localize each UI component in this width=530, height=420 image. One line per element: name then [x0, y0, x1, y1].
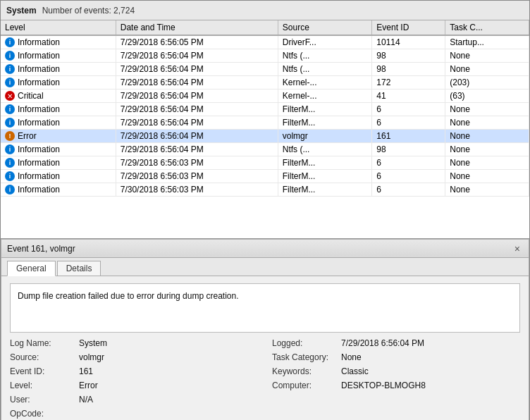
table-body: iInformation7/29/2018 6:56:05 PMDriverF.… [1, 35, 529, 197]
cell-level: iInformation [1, 116, 116, 130]
col-header-eventid[interactable]: Event ID [372, 20, 445, 35]
table-row[interactable]: iInformation7/29/2018 6:56:04 PMKernel-.… [1, 76, 529, 89]
field-value: None [341, 352, 362, 362]
level-text: Information [18, 118, 60, 128]
field-row: User:N/A [10, 395, 258, 407]
cell-source: volmgr [278, 130, 372, 143]
cell-datetime: 7/29/2018 6:56:04 PM [116, 130, 278, 143]
level-text: Information [18, 51, 60, 61]
cell-task: None [445, 183, 529, 197]
event-count-label: Number of events: 2,724 [42, 6, 135, 16]
cell-datetime: 7/29/2018 6:56:04 PM [116, 103, 278, 116]
level-text: Information [18, 171, 60, 181]
cell-source: FilterM... [278, 116, 372, 130]
event-table: Level Date and Time Source Event ID Task… [1, 20, 529, 197]
field-row: Keywords:Classic [272, 366, 520, 379]
tab-general[interactable]: General [7, 261, 56, 276]
info-icon: i [5, 51, 15, 61]
cell-eventid: 6 [372, 183, 445, 197]
cell-eventid: 98 [372, 63, 445, 76]
cell-eventid: 161 [372, 130, 445, 143]
info-icon: i [5, 118, 15, 128]
cell-source: Ntfs (... [278, 63, 372, 76]
field-value: Classic [341, 366, 369, 376]
field-row: OpCode: [10, 409, 258, 420]
level-text: Information [18, 158, 60, 168]
cell-source: Kernel-... [278, 76, 372, 89]
cell-datetime: 7/29/2018 6:56:04 PM [116, 76, 278, 89]
level-text: Error [18, 131, 37, 141]
cell-task: None [445, 49, 529, 63]
field-row: Source:volmgr [10, 352, 258, 365]
cell-task: None [445, 63, 529, 76]
table-row[interactable]: ✕Critical7/29/2018 6:56:04 PMKernel-...4… [1, 89, 529, 103]
fields-left: Log Name:SystemSource:volmgrEvent ID:161… [10, 338, 258, 420]
cell-source: FilterM... [278, 156, 372, 170]
cell-level: ✕Critical [1, 89, 116, 103]
tab-details[interactable]: Details [57, 261, 101, 276]
field-label: User: [10, 395, 73, 404]
col-header-task[interactable]: Task C... [445, 20, 529, 35]
table-row[interactable]: iInformation7/29/2018 6:56:04 PMNtfs (..… [1, 49, 529, 63]
col-header-source[interactable]: Source [278, 20, 372, 35]
cell-eventid: 41 [372, 89, 445, 103]
field-label: Event ID: [10, 366, 73, 376]
cell-task: None [445, 130, 529, 143]
cell-task: None [445, 116, 529, 130]
field-row: Level:Error [10, 381, 258, 393]
field-label: Computer: [272, 381, 335, 390]
cell-datetime: 7/29/2018 6:56:03 PM [116, 170, 278, 183]
main-window: System Number of events: 2,724 Level Dat… [0, 0, 530, 420]
table-row[interactable]: iInformation7/29/2018 6:56:05 PMDriverF.… [1, 35, 529, 49]
info-icon: i [5, 78, 15, 87]
error-icon: ! [5, 131, 15, 141]
table-row[interactable]: iInformation7/29/2018 6:56:04 PMFilterM.… [1, 103, 529, 116]
col-header-datetime[interactable]: Date and Time [116, 20, 278, 35]
cell-datetime: 7/29/2018 6:56:04 PM [116, 63, 278, 76]
cell-level: iInformation [1, 170, 116, 183]
field-value: 7/29/2018 6:56:04 PM [341, 338, 424, 348]
table-row[interactable]: iInformation7/29/2018 6:56:03 PMFilterM.… [1, 170, 529, 183]
level-text: Information [18, 185, 60, 194]
col-header-level[interactable]: Level [1, 20, 116, 35]
cell-eventid: 10114 [372, 35, 445, 49]
field-label: OpCode: [10, 409, 73, 419]
cell-source: Kernel-... [278, 89, 372, 103]
level-text: Information [18, 78, 60, 87]
cell-eventid: 98 [372, 49, 445, 63]
table-row[interactable]: iInformation7/29/2018 6:56:03 PMFilterM.… [1, 156, 529, 170]
cell-eventid: 172 [372, 76, 445, 89]
cell-level: iInformation [1, 49, 116, 63]
cell-eventid: 6 [372, 156, 445, 170]
info-icon: i [5, 158, 15, 168]
event-table-container: Level Date and Time Source Event ID Task… [1, 20, 529, 239]
close-button[interactable]: × [512, 244, 523, 254]
message-text: Dump file creation failed due to error d… [18, 291, 239, 301]
cell-datetime: 7/29/2018 6:56:04 PM [116, 116, 278, 130]
cell-task: None [445, 103, 529, 116]
cell-datetime: 7/30/2018 6:56:03 PM [116, 183, 278, 197]
cell-task: None [445, 170, 529, 183]
field-row: Event ID:161 [10, 366, 258, 379]
cell-level: iInformation [1, 103, 116, 116]
detail-pane: Event 161, volmgr × General Details Dump… [1, 239, 529, 420]
field-value: volmgr [79, 352, 104, 362]
table-scroll-area[interactable]: Level Date and Time Source Event ID Task… [1, 20, 529, 238]
field-value: 161 [79, 366, 93, 376]
cell-task: (63) [445, 89, 529, 103]
table-row[interactable]: iInformation7/30/2018 6:56:03 PMFilterM.… [1, 183, 529, 197]
level-text: Information [18, 104, 60, 114]
cell-source: FilterM... [278, 170, 372, 183]
cell-task: None [445, 143, 529, 156]
cell-task: None [445, 156, 529, 170]
field-label: Logged: [272, 338, 335, 348]
table-row[interactable]: iInformation7/29/2018 6:56:04 PMNtfs (..… [1, 143, 529, 156]
field-row: Computer:DESKTOP-BLMOGH8 [272, 381, 520, 393]
table-row[interactable]: !Error7/29/2018 6:56:04 PMvolmgr161None [1, 130, 529, 143]
table-row[interactable]: iInformation7/29/2018 6:56:04 PMFilterM.… [1, 116, 529, 130]
table-row[interactable]: iInformation7/29/2018 6:56:04 PMNtfs (..… [1, 63, 529, 76]
field-row: Task Category:None [272, 352, 520, 365]
detail-body: Dump file creation failed due to error d… [1, 276, 529, 420]
level-text: Information [18, 64, 60, 74]
top-bar: System Number of events: 2,724 [1, 1, 529, 20]
